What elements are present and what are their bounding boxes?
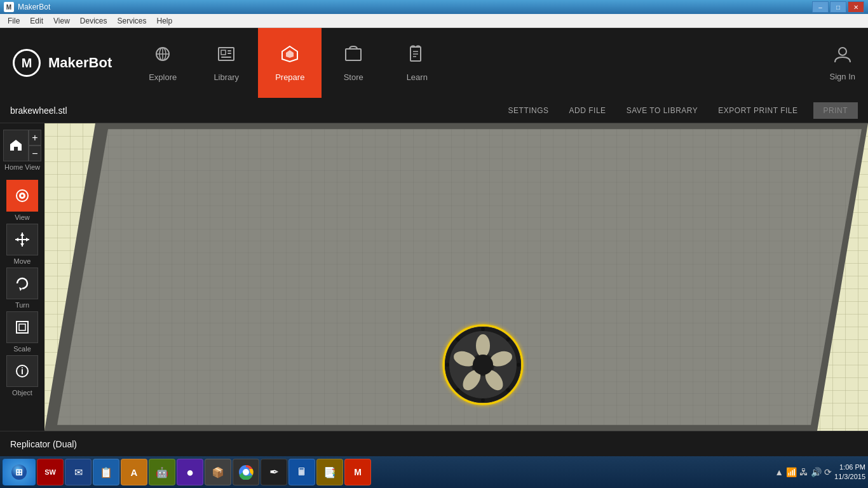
nav-library[interactable]: Library [194, 28, 258, 98]
logo-area: M MakerBot [13, 49, 112, 77]
svg-rect-8 [227, 53, 231, 54]
learn-icon [407, 44, 427, 69]
system-tray: ▲ 📶 🖧 🔊 ⟳ 1:06 PM 11/3/2015 [775, 463, 865, 482]
svg-marker-22 [20, 233, 24, 236]
tray-network2-icon[interactable]: 🖧 [799, 467, 808, 477]
svg-point-55 [481, 398, 485, 402]
view-tool[interactable]: View [3, 180, 41, 221]
nav-learn-label: Learn [407, 72, 428, 82]
logo-circle: M [13, 49, 41, 77]
menu-help[interactable]: Help [152, 15, 178, 27]
svg-point-63 [243, 470, 248, 475]
taskbar: ⊞ SW ✉ 📋 A 🤖 ● 📦 ✒ 🖩 📑 [0, 456, 868, 488]
move-tool[interactable]: Move [3, 224, 41, 265]
move-icon [6, 224, 38, 255]
file-name: brakewheel.stl [10, 105, 493, 116]
brake-wheel-svg [438, 320, 527, 409]
library-icon [216, 44, 236, 69]
menu-edit[interactable]: Edit [25, 15, 48, 27]
menu-file[interactable]: File [3, 15, 25, 27]
3d-model[interactable] [438, 320, 527, 412]
device-name: Replicator (Dual) [10, 439, 77, 449]
titlebar: M MakerBot – □ ✕ [0, 0, 868, 14]
maximize-button[interactable]: □ [830, 1, 846, 13]
nav-prepare-label: Prepare [275, 72, 304, 82]
explore-icon [153, 44, 173, 69]
svg-text:⊞: ⊞ [15, 467, 23, 477]
settings-action[interactable]: SETTINGS [503, 104, 554, 118]
turn-label: Turn [15, 301, 29, 309]
taskbar-app7[interactable]: 📦 [205, 459, 231, 485]
taskbar-makerbot[interactable]: M [344, 459, 371, 485]
logo-m-icon: M [22, 56, 32, 71]
svg-point-51 [481, 327, 485, 331]
titlebar-left: M MakerBot [4, 2, 50, 12]
minimize-button[interactable]: – [812, 1, 829, 13]
taskbar-app11[interactable]: 📑 [316, 459, 343, 485]
taskbar-android[interactable]: 🤖 [149, 459, 175, 485]
toolbar: brakewheel.stl SETTINGS ADD FILE SAVE TO… [0, 98, 868, 123]
svg-rect-5 [221, 50, 226, 55]
taskbar-app3[interactable]: 📋 [93, 459, 119, 485]
main-area: + − Home View View [0, 123, 868, 431]
svg-marker-26 [19, 287, 22, 291]
turn-icon [6, 268, 38, 299]
export-print-file-action[interactable]: EXPORT PRINT FILE [713, 104, 803, 118]
menu-services[interactable]: Services [112, 15, 152, 27]
tray-update-icon[interactable]: ⟳ [824, 467, 832, 477]
move-label: Move [14, 257, 31, 265]
3d-viewport[interactable] [44, 123, 868, 431]
sign-in-button[interactable]: Sign In [830, 44, 855, 81]
menubar: File Edit View Devices Services Help [0, 14, 868, 28]
object-tool[interactable]: i Object [3, 355, 41, 396]
nav-store[interactable]: Store [322, 28, 385, 98]
svg-point-16 [839, 48, 846, 55]
clock-time: 1:06 PM [834, 463, 865, 472]
titlebar-controls[interactable]: – □ ✕ [812, 1, 864, 13]
left-sidebar: + − Home View View [0, 123, 44, 431]
view-icon [6, 180, 38, 212]
svg-rect-27 [17, 322, 28, 333]
scale-tool[interactable]: Scale [3, 311, 41, 353]
print-button[interactable]: PRINT [813, 102, 858, 119]
nav-prepare[interactable]: Prepare [258, 28, 322, 98]
taskbar-inkscape[interactable]: ✒ [261, 459, 287, 485]
nav-explore[interactable]: Explore [131, 28, 194, 98]
save-to-library-action[interactable]: SAVE TO LIBRARY [621, 104, 703, 118]
home-view-tool[interactable]: + − Home View [3, 130, 41, 171]
sign-in-label: Sign In [830, 72, 855, 81]
titlebar-title: MakerBot [18, 3, 50, 11]
add-file-action[interactable]: ADD FILE [564, 104, 611, 118]
taskbar-app6[interactable]: ● [177, 459, 203, 485]
taskbar-chrome[interactable] [233, 459, 259, 485]
tray-show-hidden[interactable]: ▲ [775, 467, 783, 477]
svg-point-42 [476, 334, 490, 357]
object-icon: i [6, 355, 38, 387]
tray-volume-icon[interactable]: 🔊 [811, 467, 822, 477]
clock[interactable]: 1:06 PM 11/3/2015 [834, 463, 865, 482]
close-button[interactable]: ✕ [848, 1, 864, 13]
nav-explore-label: Explore [149, 72, 177, 82]
nav-learn[interactable]: Learn [385, 28, 449, 98]
taskbar-calc[interactable]: 🖩 [288, 459, 315, 485]
tray-network-icon[interactable]: 📶 [786, 467, 797, 477]
taskbar-app4[interactable]: A [121, 459, 147, 485]
status-bar: Replicator (Dual) [0, 431, 868, 456]
svg-marker-10 [286, 50, 294, 58]
taskbar-solidworks[interactable]: SW [37, 459, 64, 485]
nav-library-label: Library [214, 72, 239, 82]
navbar: M MakerBot Explore Library [0, 28, 868, 98]
menu-devices[interactable]: Devices [75, 15, 112, 27]
start-button[interactable]: ⊞ [3, 459, 36, 485]
zoom-out-button[interactable]: − [29, 146, 41, 161]
svg-rect-6 [221, 57, 231, 58]
menu-view[interactable]: View [48, 15, 75, 27]
svg-marker-25 [26, 238, 29, 241]
svg-point-57 [445, 363, 449, 367]
home-icon[interactable] [3, 130, 29, 161]
sign-in-icon [832, 44, 853, 69]
zoom-in-button[interactable]: + [29, 130, 41, 146]
taskbar-thunderbird[interactable]: ✉ [65, 459, 92, 485]
svg-rect-11 [346, 49, 361, 60]
turn-tool[interactable]: Turn [3, 268, 41, 309]
